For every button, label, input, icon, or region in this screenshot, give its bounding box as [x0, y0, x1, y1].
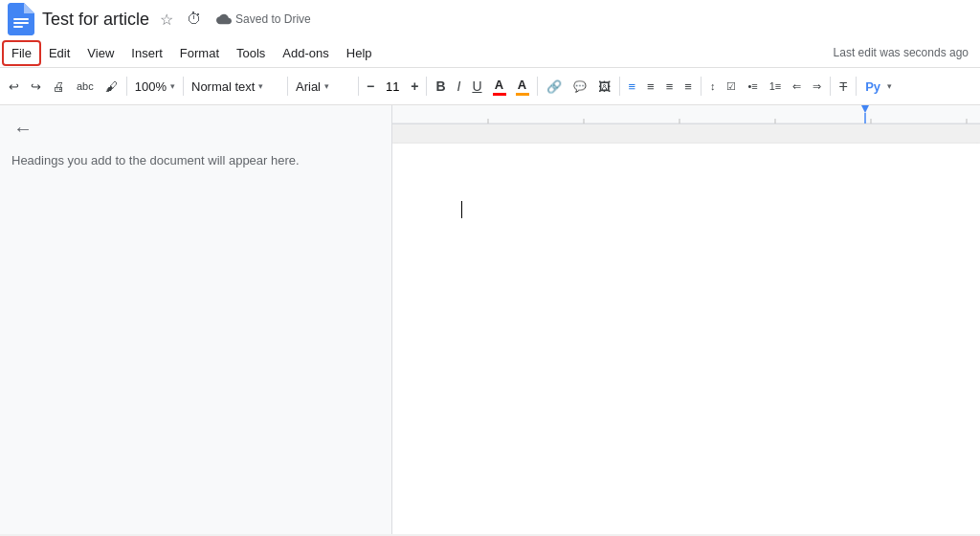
menu-bar: File Edit View Insert Format Tools Add-o… — [0, 38, 980, 67]
numbered-list-button[interactable]: 1≡ — [765, 73, 787, 100]
title-bar: Test for article ☆ ⏱ Saved to Drive — [0, 0, 980, 38]
increase-indent-button[interactable]: ⇒ — [808, 73, 826, 100]
menu-insert[interactable]: Insert — [123, 42, 170, 64]
checklist-button[interactable]: ☑ — [722, 73, 741, 100]
menu-edit[interactable]: Edit — [41, 42, 78, 64]
zoom-value: 100% — [135, 79, 167, 94]
paint-format-button[interactable]: 🖌 — [100, 73, 122, 100]
saved-status: Saved to Drive — [216, 11, 311, 27]
menu-tools[interactable]: Tools — [229, 42, 273, 64]
text-cursor — [461, 201, 462, 218]
ruler — [392, 105, 980, 124]
print-button[interactable]: 🖨 — [48, 73, 70, 100]
text-color-label: A — [495, 78, 503, 92]
menu-addons[interactable]: Add-ons — [275, 42, 336, 64]
font-value: Arial — [296, 79, 321, 94]
zoom-selector[interactable]: 100% ▾ — [131, 73, 179, 100]
menu-help[interactable]: Help — [339, 42, 380, 64]
menu-view[interactable]: View — [79, 42, 122, 64]
undo-button[interactable]: ↩ — [4, 73, 24, 100]
style-selector[interactable]: Normal text ▾ — [188, 73, 283, 100]
text-color-button[interactable]: A — [489, 75, 510, 99]
highlight-label: A — [518, 78, 526, 92]
italic-button[interactable]: I — [453, 73, 466, 100]
document-page[interactable] — [392, 144, 980, 534]
zoom-arrow: ▾ — [170, 81, 175, 91]
last-edit-status: Last edit was seconds ago — [834, 46, 976, 59]
underline-button[interactable]: U — [467, 73, 486, 100]
text-color-bar — [493, 93, 506, 96]
align-left-button[interactable]: ≡ — [624, 73, 641, 100]
docs-icon — [8, 3, 34, 35]
svg-rect-2 — [13, 26, 23, 28]
separator-9 — [830, 77, 831, 96]
saved-text: Saved to Drive — [235, 12, 311, 26]
separator-2 — [183, 77, 184, 96]
style-value: Normal text — [191, 79, 255, 94]
font-size-controls: − 11 + — [363, 76, 422, 97]
separator-10 — [856, 77, 857, 96]
svg-rect-0 — [13, 18, 29, 20]
separator-1 — [126, 77, 127, 96]
bold-button[interactable]: B — [431, 73, 450, 100]
decrease-indent-button[interactable]: ⇐ — [788, 73, 806, 100]
highlight-bar — [516, 93, 529, 96]
cloud-icon — [216, 11, 232, 27]
ruler-svg — [392, 105, 980, 124]
document-container — [392, 105, 980, 534]
sidebar-back-button[interactable]: ← — [8, 113, 38, 144]
style-arrow: ▾ — [258, 81, 263, 91]
spell-check-button[interactable]: abc — [72, 73, 99, 100]
separator-5 — [426, 77, 427, 96]
toolbar: ↩ ↪ 🖨 abc 🖌 100% ▾ Normal text ▾ Arial ▾… — [0, 67, 980, 105]
align-justify-button[interactable]: ≡ — [679, 73, 697, 100]
star-button[interactable]: ☆ — [157, 9, 176, 31]
document-area[interactable] — [392, 124, 980, 534]
sidebar-hint: Headings you add to the document will ap… — [8, 144, 384, 178]
main-content: ← Headings you add to the document will … — [0, 105, 980, 534]
decrease-font-button[interactable]: − — [363, 76, 378, 97]
separator-3 — [287, 77, 288, 96]
separator-7 — [619, 77, 620, 96]
menu-format[interactable]: Format — [172, 42, 227, 64]
svg-rect-3 — [392, 105, 980, 124]
bullet-list-button[interactable]: •≡ — [743, 73, 762, 100]
clear-format-button[interactable]: T — [835, 73, 852, 100]
line-spacing-button[interactable]: ↕ — [705, 73, 721, 100]
align-center-button[interactable]: ≡ — [642, 73, 659, 100]
input-tools-button[interactable]: Pу — [860, 73, 885, 100]
redo-button[interactable]: ↪ — [26, 73, 46, 100]
font-selector[interactable]: Arial ▾ — [292, 73, 354, 100]
separator-8 — [701, 77, 702, 96]
font-arrow: ▾ — [324, 81, 329, 91]
font-size-display[interactable]: 11 — [378, 78, 407, 96]
increase-font-button[interactable]: + — [407, 76, 422, 97]
link-button[interactable]: 🔗 — [542, 73, 567, 100]
svg-rect-1 — [13, 22, 29, 24]
history-button[interactable]: ⏱ — [184, 9, 205, 30]
document-title[interactable]: Test for article — [42, 10, 149, 30]
separator-6 — [537, 77, 538, 96]
menu-file[interactable]: File — [4, 42, 39, 64]
image-button[interactable]: 🖼 — [593, 73, 615, 100]
back-icon: ← — [13, 118, 33, 140]
align-right-button[interactable]: ≡ — [661, 73, 679, 100]
comment-button[interactable]: 💬 — [568, 73, 591, 100]
separator-4 — [358, 77, 359, 96]
input-tools-arrow: ▾ — [887, 81, 892, 91]
sidebar: ← Headings you add to the document will … — [0, 105, 392, 534]
highlight-color-button[interactable]: A — [512, 75, 533, 99]
